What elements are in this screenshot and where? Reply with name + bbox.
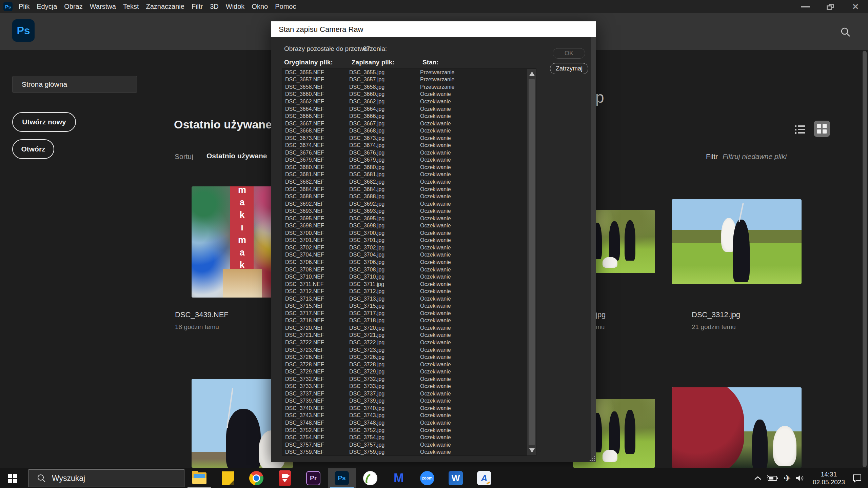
grid-view-button[interactable] <box>814 121 830 137</box>
photo-object <box>603 450 617 462</box>
close-button[interactable]: ✕ <box>843 0 868 13</box>
recent-file-thumbnail-swordsman[interactable] <box>672 199 802 284</box>
taskbar-search-input[interactable] <box>52 474 164 483</box>
menu-item[interactable]: 3D <box>210 3 219 11</box>
menu-item[interactable]: Tekst <box>123 3 139 11</box>
ok-button[interactable]: OK <box>553 48 585 59</box>
premiere-button[interactable]: Pr <box>299 468 327 488</box>
status-cell: Oczekiwanie <box>420 332 536 338</box>
zoom-app-icon: zoom <box>420 471 434 485</box>
original-file-cell: DSC_3726.NEF <box>282 354 349 360</box>
list-view-button[interactable] <box>795 125 805 134</box>
volume-button[interactable] <box>795 474 805 482</box>
column-header-status: Stan: <box>422 59 439 66</box>
status-cell: Przetwarzanie <box>420 84 536 90</box>
avs-editor-button[interactable]: A <box>470 468 498 488</box>
original-file-cell: DSC_3737.NEF <box>282 391 349 397</box>
original-file-cell: DSC_3717.NEF <box>282 310 349 317</box>
scrollbar-thumb[interactable] <box>529 79 535 445</box>
saved-file-cell: DSC_3680.jpg <box>349 164 420 170</box>
original-file-cell: DSC_3739.NEF <box>282 398 349 404</box>
file-status-row: DSC_3680.NEF DSC_3680.jpg Oczekiwanie <box>282 164 536 171</box>
original-file-cell: DSC_3674.NEF <box>282 142 349 148</box>
menu-item[interactable]: Widok <box>226 3 245 11</box>
sticky-notes-icon <box>222 471 234 485</box>
status-cell: Oczekiwanie <box>420 310 536 317</box>
status-cell: Oczekiwanie <box>420 420 536 426</box>
malwarebytes-button[interactable]: M <box>385 468 413 488</box>
recent-file-thumbnail-red-kimono[interactable] <box>672 387 802 468</box>
sidebar-item-home[interactable]: Strona główna <box>12 76 137 93</box>
original-file-cell: DSC_3706.NEF <box>282 259 349 265</box>
airplane-mode-icon[interactable]: ✈ <box>784 473 791 484</box>
saved-file-cell: DSC_3712.jpg <box>349 288 420 294</box>
sort-value-dropdown[interactable]: Ostatnio używane <box>206 152 267 160</box>
start-button[interactable] <box>0 468 25 488</box>
menu-item[interactable]: Okno <box>252 3 268 11</box>
list-scrollbar[interactable] <box>527 69 536 455</box>
recent-file-title[interactable]: DSC_3312.jpg <box>692 310 740 319</box>
taskbar-clock[interactable]: 14:31 02.05.2023 <box>813 470 845 486</box>
remaining-images-value: 67 <box>363 45 370 53</box>
scroll-up-icon[interactable] <box>529 72 535 76</box>
file-status-row: DSC_3706.NEF DSC_3706.jpg Oczekiwanie <box>282 259 536 266</box>
sticky-notes-button[interactable] <box>214 468 242 488</box>
file-status-row: DSC_3662.NEF DSC_3662.jpg Oczekiwanie <box>282 98 536 105</box>
file-status-row: DSC_3726.NEF DSC_3726.jpg Oczekiwanie <box>282 353 536 361</box>
original-file-cell: DSC_3682.NEF <box>282 179 349 185</box>
file-status-row: DSC_3717.NEF DSC_3717.jpg Oczekiwanie <box>282 310 536 317</box>
menu-item[interactable]: Pomoc <box>275 3 296 11</box>
filter-input[interactable] <box>723 149 835 164</box>
menu-item[interactable]: Zaznaczanie <box>146 3 184 11</box>
file-status-row: DSC_3759.NEF DSC_3759.jpg Oczekiwanie <box>282 448 536 456</box>
grid-view-icon <box>817 124 827 134</box>
sort-label[interactable]: Sortuj <box>175 152 193 161</box>
zoom-button[interactable]: zoom <box>413 468 441 488</box>
file-status-row: DSC_3702.NEF DSC_3702.jpg Oczekiwanie <box>282 244 536 251</box>
menu-item[interactable]: Warstwa <box>90 3 116 11</box>
photoshop-button[interactable]: Ps <box>328 468 356 488</box>
recent-file-title-fragment[interactable]: jpg <box>596 310 606 319</box>
tray-expand-button[interactable] <box>754 476 762 481</box>
saved-file-cell: DSC_3673.jpg <box>349 135 420 141</box>
taskbar-search[interactable] <box>28 469 184 487</box>
menu-item[interactable]: Plik <box>19 3 29 11</box>
recent-file-title[interactable]: DSC_3439.NEF <box>175 310 229 319</box>
coreldraw-button[interactable] <box>356 468 384 488</box>
chrome-button[interactable] <box>242 468 270 488</box>
page-scrollbar[interactable] <box>863 51 867 467</box>
battery-status[interactable] <box>767 474 779 482</box>
saved-file-cell: DSC_3658.jpg <box>349 84 420 90</box>
word-button[interactable]: W <box>442 468 470 488</box>
status-cell: Oczekiwanie <box>420 245 536 251</box>
menu-item[interactable]: Obraz <box>64 3 82 11</box>
original-file-cell: DSC_3722.NEF <box>282 340 349 346</box>
stop-button[interactable]: Zatrzymaj <box>550 63 588 74</box>
video-downloader-button[interactable] <box>271 468 299 488</box>
menu-item[interactable]: Edycja <box>37 3 57 11</box>
chrome-icon <box>249 471 263 485</box>
status-cell: Oczekiwanie <box>420 259 536 265</box>
saved-file-cell: DSC_3704.jpg <box>349 252 420 258</box>
create-new-button[interactable]: Utwórz nowy <box>12 112 76 132</box>
action-center-button[interactable] <box>852 474 862 483</box>
original-file-cell: DSC_3673.NEF <box>282 135 349 141</box>
open-button[interactable]: Otwórz <box>12 139 54 159</box>
status-cell: Oczekiwanie <box>420 194 536 200</box>
original-file-cell: DSC_3698.NEF <box>282 223 349 229</box>
saved-file-cell: DSC_3708.jpg <box>349 267 420 273</box>
search-button[interactable] <box>840 27 850 37</box>
dialog-titlebar[interactable]: Stan zapisu Camera Raw <box>271 21 596 37</box>
restore-button[interactable] <box>818 0 843 13</box>
file-status-row: DSC_3739.NEF DSC_3739.jpg Oczekiwanie <box>282 398 536 405</box>
photo-statue <box>773 426 796 466</box>
resize-grip[interactable] <box>589 455 595 461</box>
minimize-button[interactable] <box>793 0 818 13</box>
dialog-title: Stan zapisu Camera Raw <box>279 25 363 34</box>
menubar: Ps PlikEdycjaObrazWarstwaTekstZaznaczani… <box>0 0 868 13</box>
file-explorer-button[interactable] <box>185 468 213 488</box>
status-cell: Oczekiwanie <box>420 369 536 375</box>
menu-item[interactable]: Filtr <box>192 3 203 11</box>
original-file-cell: DSC_3759.NEF <box>282 449 349 455</box>
scroll-down-icon[interactable] <box>529 448 535 453</box>
